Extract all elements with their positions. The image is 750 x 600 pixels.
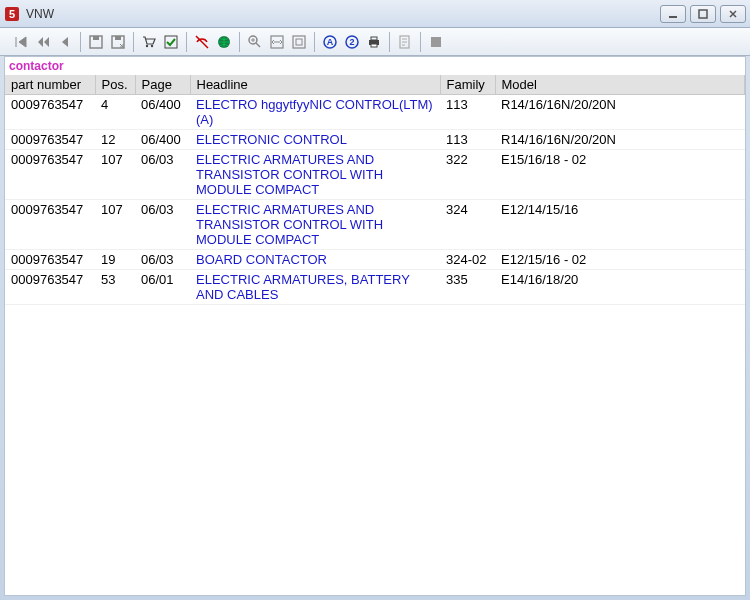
cell-family: 113 (440, 130, 495, 150)
cell-pos: 12 (95, 130, 135, 150)
search-term: contactor (5, 57, 745, 75)
cell-family: 322 (440, 150, 495, 200)
cell-headline[interactable]: ELECTRO hggytfyyNIC CONTROL(LTM)(A) (190, 95, 440, 130)
svg-rect-21 (371, 37, 377, 40)
fit-width-button[interactable] (266, 31, 288, 53)
close-button[interactable] (720, 5, 746, 23)
svg-rect-3 (699, 10, 707, 18)
svg-text:2: 2 (349, 37, 354, 47)
minimize-button[interactable] (660, 5, 686, 23)
cell-part_number: 0009763547 (5, 150, 95, 200)
save-button[interactable] (85, 31, 107, 53)
cell-page: 06/01 (135, 270, 190, 305)
table-row[interactable]: 000976354710706/03ELECTRIC ARMATURES AND… (5, 150, 745, 200)
toolbar-separator (80, 32, 81, 52)
rewind-button[interactable] (32, 31, 54, 53)
svg-rect-14 (293, 36, 305, 48)
svg-rect-7 (115, 36, 121, 40)
col-model[interactable]: Model (495, 75, 745, 95)
col-part-number[interactable]: part number (5, 75, 95, 95)
svg-rect-5 (93, 36, 99, 40)
cell-part_number: 0009763547 (5, 250, 95, 270)
cell-model: E12/14/15/16 (495, 200, 745, 250)
cell-part_number: 0009763547 (5, 270, 95, 305)
cell-headline[interactable]: ELECTRIC ARMATURES AND TRANSISTOR CONTRO… (190, 200, 440, 250)
svg-rect-2 (669, 16, 677, 18)
cell-pos: 107 (95, 150, 135, 200)
svg-rect-24 (431, 37, 441, 47)
print-button[interactable] (363, 31, 385, 53)
window-controls (660, 5, 746, 23)
toolbar-separator (389, 32, 390, 52)
marker-a-button[interactable]: A (319, 31, 341, 53)
svg-rect-15 (296, 39, 302, 45)
cell-model: E14/16/18/20 (495, 270, 745, 305)
titlebar: 5 VNW (0, 0, 750, 28)
cell-model: E12/15/16 - 02 (495, 250, 745, 270)
marker-2-button[interactable]: 2 (341, 31, 363, 53)
toolbar: A 2 (0, 28, 750, 56)
cell-family: 324-02 (440, 250, 495, 270)
col-family[interactable]: Family (440, 75, 495, 95)
svg-point-9 (151, 44, 153, 46)
cell-headline[interactable]: BOARD CONTACTOR (190, 250, 440, 270)
content-area: contactor part number Pos. Page Headline… (4, 56, 746, 596)
cell-headline[interactable]: ELECTRONIC CONTROL (190, 130, 440, 150)
table-row[interactable]: 000976354710706/03ELECTRIC ARMATURES AND… (5, 200, 745, 250)
window-title: VNW (26, 7, 660, 21)
maximize-button[interactable] (690, 5, 716, 23)
table-row[interactable]: 00097635471906/03BOARD CONTACTOR324-02E1… (5, 250, 745, 270)
col-pos[interactable]: Pos. (95, 75, 135, 95)
cell-part_number: 0009763547 (5, 95, 95, 130)
cell-model: R14/16/16N/20/20N (495, 130, 745, 150)
globe-icon[interactable] (213, 31, 235, 53)
offline-icon[interactable] (191, 31, 213, 53)
cell-page: 06/03 (135, 250, 190, 270)
toolbar-separator (314, 32, 315, 52)
cell-model: E15/16/18 - 02 (495, 150, 745, 200)
cell-pos: 4 (95, 95, 135, 130)
cell-family: 335 (440, 270, 495, 305)
cell-headline[interactable]: ELECTRIC ARMATURES AND TRANSISTOR CONTRO… (190, 150, 440, 200)
cell-model: R14/16/16N/20/20N (495, 95, 745, 130)
check-button[interactable] (160, 31, 182, 53)
cell-page: 06/03 (135, 150, 190, 200)
svg-rect-10 (165, 36, 177, 48)
toolbar-separator (133, 32, 134, 52)
svg-rect-22 (371, 44, 377, 47)
cell-page: 06/400 (135, 130, 190, 150)
table-row[interactable]: 0009763547406/400ELECTRO hggytfyyNIC CON… (5, 95, 745, 130)
cell-pos: 107 (95, 200, 135, 250)
cell-pos: 19 (95, 250, 135, 270)
fit-page-button[interactable] (288, 31, 310, 53)
col-headline[interactable]: Headline (190, 75, 440, 95)
toolbar-separator (420, 32, 421, 52)
cart-button[interactable] (138, 31, 160, 53)
save-as-button[interactable] (107, 31, 129, 53)
cell-family: 324 (440, 200, 495, 250)
cell-part_number: 0009763547 (5, 200, 95, 250)
toolbar-separator (186, 32, 187, 52)
cell-family: 113 (440, 95, 495, 130)
notes-button[interactable] (394, 31, 416, 53)
table-row[interactable]: 00097635471206/400ELECTRONIC CONTROL113R… (5, 130, 745, 150)
table-row[interactable]: 00097635475306/01ELECTRIC ARMATURES, BAT… (5, 270, 745, 305)
first-button[interactable] (10, 31, 32, 53)
svg-point-8 (146, 44, 148, 46)
cell-page: 06/400 (135, 95, 190, 130)
col-page[interactable]: Page (135, 75, 190, 95)
table-header-row: part number Pos. Page Headline Family Mo… (5, 75, 745, 95)
cell-headline[interactable]: ELECTRIC ARMATURES, BATTERY AND CABLES (190, 270, 440, 305)
cell-page: 06/03 (135, 200, 190, 250)
svg-text:5: 5 (9, 8, 15, 20)
cell-part_number: 0009763547 (5, 130, 95, 150)
results-table: part number Pos. Page Headline Family Mo… (5, 75, 745, 305)
zoom-button[interactable] (244, 31, 266, 53)
app-icon: 5 (4, 6, 20, 22)
toolbar-separator (239, 32, 240, 52)
stop-button[interactable] (425, 31, 447, 53)
svg-text:A: A (327, 37, 334, 47)
prev-button[interactable] (54, 31, 76, 53)
cell-pos: 53 (95, 270, 135, 305)
